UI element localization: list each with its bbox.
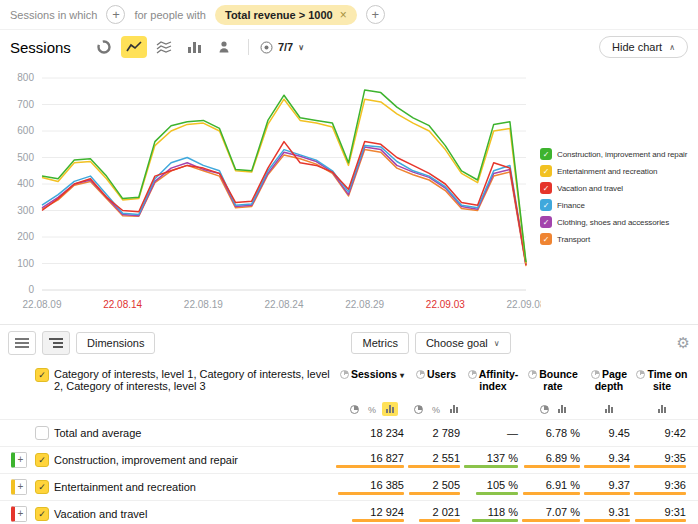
legend-item-transport[interactable]: ✓ Transport xyxy=(540,233,687,245)
metric-circle-icon[interactable] xyxy=(636,370,645,379)
svg-text:22.09.08: 22.09.08 xyxy=(507,299,541,310)
line-chart-view-button[interactable] xyxy=(121,36,147,58)
remove-filter-icon[interactable]: × xyxy=(340,8,347,22)
sessions-pie-toggle[interactable] xyxy=(346,402,362,416)
svg-text:800: 800 xyxy=(17,72,34,83)
legend-label: Vacation and travel xyxy=(557,184,623,193)
bars-icon xyxy=(658,405,666,413)
affinity-value: 118 % xyxy=(488,506,518,518)
legend-checkbox[interactable]: ✓ xyxy=(540,148,552,160)
column-header-users[interactable]: Users xyxy=(408,368,464,380)
bounce-value: 6.89 % xyxy=(546,452,580,464)
sessions-in-which-label: Sessions in which xyxy=(10,9,97,21)
table-row-entertainment: + ✓ Entertainment and recreation 16 385 … xyxy=(0,473,698,500)
hide-chart-button[interactable]: Hide chart ∧ xyxy=(599,36,688,58)
row-checkbox[interactable]: ✓ xyxy=(35,453,49,467)
legend-item-finance[interactable]: ✓ Finance xyxy=(540,199,687,211)
expand-row-button[interactable]: + xyxy=(11,452,27,468)
users-value: 2 789 xyxy=(432,427,460,439)
users-pie-toggle[interactable] xyxy=(410,402,426,416)
svg-text:0: 0 xyxy=(28,284,34,295)
add-people-condition-button[interactable]: + xyxy=(366,5,385,24)
svg-text:22.08.24: 22.08.24 xyxy=(265,299,304,310)
time-bar-toggle[interactable] xyxy=(654,402,670,416)
percent-icon xyxy=(368,403,376,415)
sessions-bar-toggle[interactable] xyxy=(382,402,398,416)
bounce-pie-toggle[interactable] xyxy=(536,402,552,416)
audience-view-button[interactable] xyxy=(211,36,237,58)
line-chart-icon xyxy=(126,39,142,55)
metric-circle-icon[interactable] xyxy=(528,370,537,379)
pie-icon xyxy=(350,405,359,414)
metric-circle-icon[interactable] xyxy=(416,370,425,379)
list-icon xyxy=(15,337,29,349)
users-percent-toggle[interactable] xyxy=(428,402,444,416)
pie-chart-view-button[interactable] xyxy=(91,36,117,58)
stacked-chart-view-button[interactable] xyxy=(151,36,177,58)
gear-icon[interactable]: ⚙ xyxy=(677,334,690,352)
legend-checkbox[interactable]: ✓ xyxy=(540,233,552,245)
column-header-bounce-rate[interactable]: Bounce rate xyxy=(522,368,584,392)
plus-icon: + xyxy=(371,7,379,22)
plus-icon: + xyxy=(112,7,120,22)
bounce-value: 7.07 % xyxy=(546,506,580,518)
person-icon xyxy=(216,39,232,55)
flat-list-view-button[interactable] xyxy=(8,331,36,355)
row-checkbox[interactable] xyxy=(35,426,49,440)
sessions-value: 16 385 xyxy=(370,479,404,491)
depth-value: 9.37 xyxy=(609,479,630,491)
column-header-sessions[interactable]: Sessions ▾ xyxy=(336,368,408,382)
hide-chart-label: Hide chart xyxy=(612,41,662,53)
add-session-condition-button[interactable]: + xyxy=(106,5,125,24)
filter-chip-total-revenue[interactable]: Total revenue > 1000 × xyxy=(215,5,357,25)
metric-circle-icon[interactable] xyxy=(591,370,600,379)
check-icon: ✓ xyxy=(543,201,550,210)
metrics-button[interactable]: Metrics xyxy=(351,332,408,354)
column-header-time-on-site[interactable]: Time on site xyxy=(634,368,690,392)
svg-text:22.08.29: 22.08.29 xyxy=(345,299,384,310)
dimensions-label: Dimensions xyxy=(87,337,144,349)
segments-dropdown[interactable]: 7/7 ∨ xyxy=(260,41,304,54)
column-header-page-depth[interactable]: Page depth xyxy=(584,368,634,392)
users-value: 2 505 xyxy=(432,479,460,491)
depth-bar-toggle[interactable] xyxy=(601,402,617,416)
legend-item-vacation[interactable]: ✓ Vacation and travel xyxy=(540,182,687,194)
svg-text:500: 500 xyxy=(17,152,34,163)
metric-circle-icon[interactable] xyxy=(468,370,477,379)
row-label[interactable]: Vacation and travel xyxy=(54,508,336,520)
legend-checkbox[interactable]: ✓ xyxy=(540,199,552,211)
dimension-group-header[interactable]: Category of interests, level 1, Category… xyxy=(54,368,330,392)
legend-checkbox[interactable]: ✓ xyxy=(540,216,552,228)
bounce-bar-toggle[interactable] xyxy=(554,402,570,416)
choose-goal-dropdown[interactable]: Choose goal ∨ xyxy=(415,332,511,354)
users-value: 2 551 xyxy=(432,452,460,464)
table-row-vacation: + ✓ Vacation and travel 12 924 2 021 118… xyxy=(0,500,698,524)
segments-count: 7/7 xyxy=(278,41,293,53)
row-checkbox[interactable]: ✓ xyxy=(35,480,49,494)
sessions-value: 16 827 xyxy=(370,452,404,464)
legend-item-clothing[interactable]: ✓ Clothing, shoes and accessories xyxy=(540,216,687,228)
tree-list-view-button[interactable] xyxy=(42,331,70,355)
time-value: 9:42 xyxy=(665,427,686,439)
svg-text:600: 600 xyxy=(17,125,34,136)
select-all-checkbox[interactable]: ✓ xyxy=(35,368,49,382)
users-bar-toggle[interactable] xyxy=(446,402,462,416)
legend-checkbox[interactable]: ✓ xyxy=(540,165,552,177)
column-chart-view-button[interactable] xyxy=(181,36,207,58)
legend-item-construction[interactable]: ✓ Construction, improvement and repair xyxy=(540,148,687,160)
row-label[interactable]: Construction, improvement and repair xyxy=(54,454,336,466)
row-label[interactable]: Entertainment and recreation xyxy=(54,481,336,493)
expand-row-button[interactable]: + xyxy=(11,479,27,495)
row-checkbox[interactable]: ✓ xyxy=(35,507,49,521)
dimensions-button[interactable]: Dimensions xyxy=(76,332,155,354)
legend-item-entertainment[interactable]: ✓ Entertainment and recreation xyxy=(540,165,687,177)
legend-label: Clothing, shoes and accessories xyxy=(557,218,669,227)
target-icon xyxy=(260,41,273,54)
chevron-down-icon: ∨ xyxy=(494,339,500,348)
bars-icon xyxy=(450,405,458,413)
sessions-percent-toggle[interactable] xyxy=(364,402,380,416)
column-header-affinity-index[interactable]: Affinity-index xyxy=(464,368,522,392)
metric-circle-icon[interactable] xyxy=(340,370,349,379)
legend-checkbox[interactable]: ✓ xyxy=(540,182,552,194)
expand-row-button[interactable]: + xyxy=(11,506,27,522)
